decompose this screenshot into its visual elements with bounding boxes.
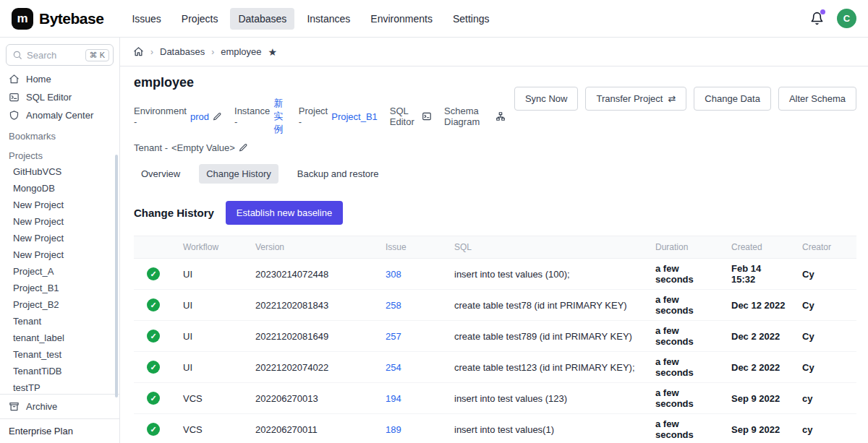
bookmark-star-icon[interactable]: ★ <box>268 46 278 58</box>
nav-item-settings[interactable]: Settings <box>445 8 498 30</box>
sql-editor-link[interactable]: SQL Editor <box>390 106 432 127</box>
sql-cell: create table test789 (id int PRIMARY KEY… <box>447 321 648 352</box>
sidebar-project-item[interactable]: Tenant <box>0 313 119 330</box>
column-header-creator: Creator <box>795 236 856 259</box>
sync-now-button[interactable]: Sync Now <box>514 87 579 111</box>
main-area: › Databases › employee ★ employee Enviro… <box>120 38 868 443</box>
column-header-version: Version <box>248 236 378 259</box>
nav-item-databases[interactable]: Databases <box>230 8 294 30</box>
tab-change-history[interactable]: Change History <box>199 164 278 184</box>
breadcrumb-databases[interactable]: Databases <box>160 46 205 57</box>
sidebar-item-home[interactable]: Home <box>0 70 119 88</box>
sidebar-item-sql-editor[interactable]: SQL Editor <box>0 88 119 106</box>
history-row[interactable]: ✓UI20221202081649257create table test789… <box>134 321 856 352</box>
issue-link[interactable]: 257 <box>378 321 447 352</box>
status-cell: ✓ <box>134 290 176 321</box>
change-history-section-head: Change History Establish new baseline <box>134 201 856 225</box>
notification-bell-icon[interactable] <box>810 12 824 25</box>
schema-diagram-link[interactable]: Schema Diagram <box>444 106 506 127</box>
sidebar-project-item[interactable]: Project_B1 <box>0 280 119 296</box>
tenant-value: <Empty Value> <box>171 142 235 153</box>
duration-cell: a few seconds <box>648 290 724 321</box>
duration-cell: a few seconds <box>648 383 724 414</box>
tab-overview[interactable]: Overview <box>134 164 187 184</box>
workflow-cell: UI <box>176 321 248 352</box>
created-cell: Dec 2 2022 <box>724 352 795 383</box>
sidebar-project-item[interactable]: New Project <box>0 246 119 263</box>
sidebar-project-item[interactable]: Tenant_test <box>0 346 119 363</box>
sidebar-project-item[interactable]: MongoDB <box>0 180 119 197</box>
meta-line-1: Environment - prod Instance - 新实例 Projec… <box>134 97 514 136</box>
sql-editor-label: SQL Editor <box>390 106 418 127</box>
issue-link[interactable]: 194 <box>378 383 447 414</box>
issue-link[interactable]: 254 <box>378 352 447 383</box>
sql-cell: insert into test values (100); <box>447 259 648 290</box>
edit-pencil-icon[interactable] <box>213 112 222 121</box>
history-row[interactable]: ✓UI20221202081843258create table test78 … <box>134 290 856 321</box>
establish-baseline-button[interactable]: Establish new baseline <box>226 201 343 225</box>
transfer-project-button[interactable]: Transfer Project⇄ <box>585 87 686 111</box>
nav-item-projects[interactable]: Projects <box>174 8 226 30</box>
history-row[interactable]: ✓UI20221202074022254create table test123… <box>134 352 856 383</box>
duration-cell: a few seconds <box>648 259 724 290</box>
instance-label: Instance - <box>234 106 270 127</box>
nav-item-environments[interactable]: Environments <box>362 8 441 30</box>
created-cell: Sep 9 2022 <box>724 414 795 443</box>
status-cell: ✓ <box>134 352 176 383</box>
environment-link[interactable]: prod <box>190 111 209 122</box>
project-label: Project - <box>299 106 328 127</box>
nav-item-issues[interactable]: Issues <box>124 8 169 30</box>
console-icon <box>422 111 432 121</box>
search-input[interactable] <box>27 50 81 61</box>
sidebar-project-item[interactable]: tenant_label <box>0 330 119 346</box>
success-check-icon: ✓ <box>147 298 160 311</box>
topbar: m Bytebase IssuesProjectsDatabasesInstan… <box>0 0 868 38</box>
sidebar-project-item[interactable]: TenantTiDB <box>0 363 119 379</box>
alter-schema-button[interactable]: Alter Schema <box>778 87 856 111</box>
sidebar-item-archive[interactable]: Archive <box>0 394 119 418</box>
bytebase-logo-icon: m <box>12 8 33 30</box>
breadcrumb: › Databases › employee ★ <box>120 38 868 66</box>
page-head-left: employee Environment - prod Instance - 新… <box>134 75 514 153</box>
sidebar-project-item[interactable]: New Project <box>0 197 119 213</box>
sidebar-project-item[interactable]: Project_A <box>0 263 119 280</box>
tab-backup-and-restore[interactable]: Backup and restore <box>290 164 386 184</box>
sidebar-project-item[interactable]: New Project <box>0 230 119 246</box>
history-row[interactable]: ✓VCS202206270013194insert into test valu… <box>134 383 856 414</box>
project-link[interactable]: Project_B1 <box>331 111 378 122</box>
brand[interactable]: m Bytebase <box>12 8 103 30</box>
avatar[interactable]: C <box>837 9 856 28</box>
edit-pencil-icon[interactable] <box>239 143 248 152</box>
duration-cell: a few seconds <box>648 321 724 352</box>
page-title: employee <box>134 75 514 90</box>
history-row[interactable]: ✓VCS202206270011189insert into test valu… <box>134 414 856 443</box>
plan-label: Enterprise Plan <box>0 418 119 443</box>
sidebar-project-item[interactable]: Project_B2 <box>0 296 119 313</box>
brand-name: Bytebase <box>39 10 103 27</box>
sql-cell: insert into test values(1) <box>447 414 648 443</box>
terminal-icon <box>9 92 20 103</box>
history-table-body: ✓UI20230214072448308insert into test val… <box>134 259 856 443</box>
creator-cell: Cy <box>795 290 856 321</box>
history-row[interactable]: ✓UI20230214072448308insert into test val… <box>134 259 856 290</box>
schema-diagram-label: Schema Diagram <box>444 106 492 127</box>
breadcrumb-home-icon[interactable] <box>133 46 144 57</box>
issue-link[interactable]: 258 <box>378 290 447 321</box>
transfer-arrows-icon: ⇄ <box>668 93 676 104</box>
status-cell: ✓ <box>134 414 176 443</box>
created-cell: Dec 12 2022 <box>724 290 795 321</box>
column-header-issue: Issue <box>378 236 447 259</box>
sidebar-project-item[interactable]: GitHubVCS <box>0 163 119 180</box>
sidebar-scrollbar[interactable] <box>115 155 118 397</box>
instance-link[interactable]: 新实例 <box>273 97 286 136</box>
change-data-button[interactable]: Change Data <box>694 87 771 111</box>
creator-cell: Cy <box>795 259 856 290</box>
status-cell: ✓ <box>134 321 176 352</box>
issue-link[interactable]: 189 <box>378 414 447 443</box>
sidebar-project-item[interactable]: testTP <box>0 379 119 394</box>
workflow-cell: VCS <box>176 414 248 443</box>
sidebar-project-item[interactable]: New Project <box>0 213 119 230</box>
nav-item-instances[interactable]: Instances <box>299 8 358 30</box>
sidebar-item-anomaly-center[interactable]: Anomaly Center <box>0 106 119 124</box>
issue-link[interactable]: 308 <box>378 259 447 290</box>
